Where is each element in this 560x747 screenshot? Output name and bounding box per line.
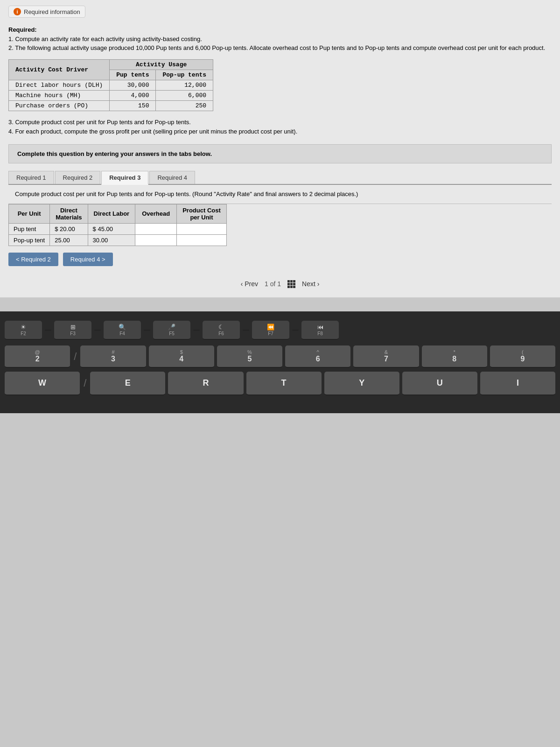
pup-tent-label: Pup tent — [9, 223, 50, 234]
popup-dlh: 12,000 — [156, 80, 213, 90]
activity-usage-table: Activity Cost Driver Activity Usage Pup … — [8, 59, 213, 111]
playpause-icon: ⏮ — [301, 324, 339, 331]
activity-usage-header: Activity Usage — [110, 59, 213, 70]
slash-divider-2: / — [84, 372, 86, 395]
required-info-banner[interactable]: i Required information — [8, 6, 85, 18]
pup-dm-cell: $ 20.00 — [50, 223, 88, 234]
prev-required2-button[interactable]: < Required 2 — [8, 253, 58, 266]
popup-dl-cell: 30.00 — [88, 234, 135, 246]
popup-mh: 6,000 — [156, 90, 213, 100]
problem-desc-text: Compute product cost per unit for Pup te… — [15, 190, 358, 197]
complete-box-text: Complete this question by entering your … — [17, 150, 212, 157]
divider-4 — [193, 330, 200, 331]
divider-3 — [144, 330, 150, 331]
prev-button[interactable]: ‹ Prev — [241, 280, 258, 288]
pup-product-cost-cell[interactable] — [177, 223, 227, 234]
key-6[interactable]: ^ 6 — [285, 345, 350, 368]
tab-required1[interactable]: Required 1 — [8, 171, 54, 184]
key-f4[interactable]: 🔍 F4 — [104, 321, 141, 340]
popup-overhead-input[interactable] — [137, 237, 175, 244]
col-direct-labor: Direct Labor — [88, 204, 135, 223]
key-w[interactable]: W — [5, 372, 80, 395]
required-point2: 2. The following actual activity usage p… — [8, 43, 552, 53]
tabs-row: Required 1 Required 2 Required 3 Require… — [8, 171, 552, 185]
tab-required2[interactable]: Required 2 — [55, 171, 101, 184]
key-f8[interactable]: ⏮ F8 — [301, 321, 339, 340]
next-button[interactable]: Next › — [302, 280, 319, 288]
problem-description: Compute product cost per unit for Pup te… — [8, 185, 552, 204]
required-block: Required: 1. Compute an activity rate fo… — [8, 25, 552, 53]
key-7[interactable]: & 7 — [353, 345, 419, 368]
divider-5 — [243, 330, 249, 331]
divider-2 — [94, 330, 101, 331]
divider-1 — [45, 330, 51, 331]
table-row-popup: Pop-up tent 25.00 30.00 — [9, 234, 227, 246]
search-icon: 🔍 — [104, 324, 141, 331]
popup-product-cost-cell[interactable] — [177, 234, 227, 246]
next-required4-button[interactable]: Required 4 > — [63, 253, 113, 266]
table-row-pup: Pup tent $ 20.00 $ 45.00 — [9, 223, 227, 234]
key-t[interactable]: T — [246, 372, 322, 395]
pup-product-cost-input[interactable] — [179, 226, 216, 233]
key-y[interactable]: Y — [324, 372, 399, 395]
slash-divider-1: / — [74, 345, 77, 368]
nav-buttons: < Required 2 Required 4 > — [8, 253, 552, 266]
popup-product-cost-input[interactable] — [179, 237, 216, 244]
pup-dl-prefix: $ — [93, 226, 96, 233]
col-direct-materials: DirectMaterials — [50, 204, 88, 223]
points-block: 3. Compute product cost per unit for Pup… — [8, 118, 552, 137]
key-f7[interactable]: ⏪ F7 — [252, 321, 289, 340]
pup-overhead-cell[interactable] — [135, 223, 177, 234]
pup-dm-value: 20.00 — [60, 226, 75, 233]
pup-mh: 4,000 — [110, 90, 156, 100]
grid-icon — [287, 280, 295, 288]
activity-cost-driver-header: Activity Cost Driver — [9, 59, 110, 80]
required-heading: Required: — [8, 26, 37, 33]
key-9[interactable]: ( 9 — [490, 345, 555, 368]
key-f2[interactable]: ☀ F2 — [5, 321, 42, 340]
divider-6 — [292, 330, 299, 331]
popup-overhead-cell[interactable] — [135, 234, 177, 246]
popup-tent-label: Pop-up tent — [9, 234, 50, 246]
col-product-cost: Product Costper Unit — [177, 204, 227, 223]
grid-view-icon: ⊞ — [54, 324, 91, 331]
mic-icon: 🎤 — [153, 324, 190, 331]
rewind-icon: ⏪ — [252, 324, 289, 331]
key-i[interactable]: I — [480, 372, 555, 395]
driver-po: Purchase orders (PO) — [9, 100, 110, 111]
main-table-wrap: Per Unit DirectMaterials Direct Labor Ov… — [8, 204, 552, 246]
key-f6[interactable]: ☾ F6 — [203, 321, 240, 340]
tab-required3[interactable]: Required 3 — [101, 171, 148, 185]
key-2[interactable]: @ 2 — [5, 345, 70, 368]
popup-tents-header: Pop-up tents — [156, 70, 213, 80]
key-3[interactable]: # 3 — [80, 345, 146, 368]
key-8[interactable]: * 8 — [422, 345, 487, 368]
activity-row-mh: Machine hours (MH) 4,000 6,000 — [9, 90, 213, 100]
pup-overhead-input[interactable] — [137, 226, 175, 233]
key-4[interactable]: $ 4 — [149, 345, 214, 368]
key-f5[interactable]: 🎤 F5 — [153, 321, 190, 340]
key-5[interactable]: % 5 — [217, 345, 282, 368]
point4: 4. For each product, compute the gross p… — [8, 127, 552, 137]
col-per-unit: Per Unit — [9, 204, 50, 223]
activity-row-dlh: Direct labor hours (DLH) 30,000 12,000 — [9, 80, 213, 90]
popup-po: 250 — [156, 100, 213, 111]
keyboard: ☀ F2 ⊞ F3 🔍 F4 🎤 F5 ☾ F6 ⏪ F7 ⏮ — [0, 311, 560, 413]
key-f3[interactable]: ⊞ F3 — [54, 321, 91, 340]
info-icon: i — [14, 8, 21, 15]
banner-label: Required information — [24, 8, 80, 15]
alpha-row: W / E R T Y U I — [5, 372, 555, 395]
activity-row-po: Purchase orders (PO) 150 250 — [9, 100, 213, 111]
key-r[interactable]: R — [168, 372, 243, 395]
col-overhead: Overhead — [135, 204, 177, 223]
main-data-table: Per Unit DirectMaterials Direct Labor Ov… — [8, 204, 227, 246]
key-u[interactable]: U — [402, 372, 477, 395]
required-point1: 1. Compute an activity rate for each act… — [8, 35, 552, 44]
tab-required4[interactable]: Required 4 — [149, 171, 195, 184]
brightness-icon: ☀ — [5, 324, 42, 331]
fn-row: ☀ F2 ⊞ F3 🔍 F4 🎤 F5 ☾ F6 ⏪ F7 ⏮ — [5, 321, 555, 340]
pagination: ‹ Prev 1 of 1 Next › — [8, 280, 552, 288]
pup-dlh: 30,000 — [110, 80, 156, 90]
pup-dl-value: 45.00 — [98, 226, 113, 233]
key-e[interactable]: E — [90, 372, 165, 395]
